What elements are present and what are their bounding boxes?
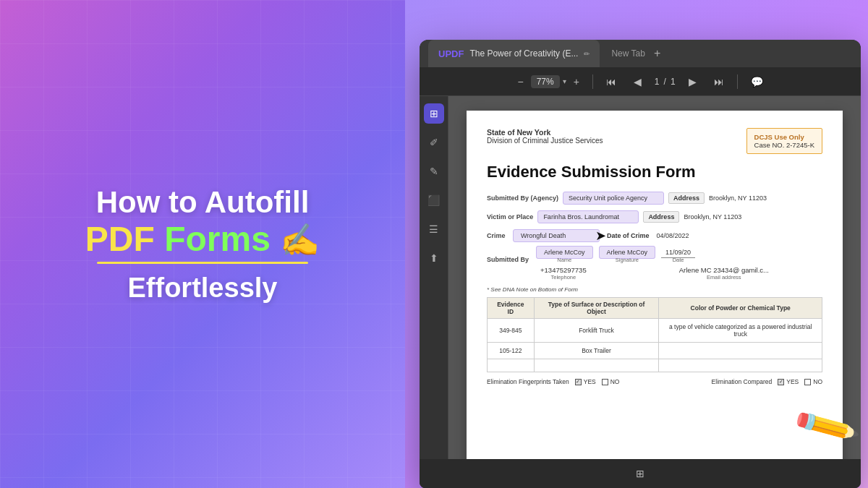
- right-panel: UPDF The Power of Creativity (E... ✏ New…: [405, 0, 868, 488]
- address-label-2: Address: [643, 211, 679, 223]
- new-tab-plus-icon[interactable]: +: [654, 47, 660, 60]
- page-prev-button[interactable]: ◀: [629, 73, 646, 90]
- yes2-checkbox-label[interactable]: ✓ YES: [778, 378, 799, 385]
- signature-field-col: Arlene McCoy Signature: [599, 248, 656, 263]
- date-field-col: 11/09/20 Date: [661, 248, 695, 263]
- no-checkbox-label[interactable]: NO: [602, 378, 620, 385]
- edit-icon: ✏: [584, 50, 590, 58]
- evidence-color-2: [659, 343, 822, 359]
- yes-checkbox[interactable]: ✓: [575, 379, 582, 385]
- address-label-1: Address: [668, 192, 705, 204]
- submitted-by-label: Submitted By (Agency): [487, 194, 558, 202]
- zoom-controls: − 77% ▾ +: [513, 73, 583, 90]
- doc-area: State of New York Division of Criminal J…: [448, 96, 861, 459]
- pdf-forms-text: PDF Forms ✍️: [85, 221, 320, 259]
- dna-note: * See DNA Note on Bottom of Form: [487, 286, 822, 293]
- tab-active-label: The Power of Creativity (E...: [469, 48, 578, 59]
- telephone-col: +13475297735 Telephone: [540, 266, 587, 281]
- page-separator: /: [664, 77, 666, 87]
- evidence-id-1: 349-845: [488, 319, 535, 343]
- submitted-by-agency-row: Submitted By (Agency) Security Unit poli…: [487, 192, 822, 205]
- doc-agency: State of New York Division of Criminal J…: [487, 128, 603, 145]
- no2-label: NO: [813, 378, 822, 385]
- dcjs-box: DCJS Use Only Case NO. 2-7245-K: [746, 128, 822, 154]
- victim-row: Victim or Place Farinha Bros. Laundromat…: [487, 210, 822, 223]
- no2-checkbox-label[interactable]: NO: [804, 378, 822, 385]
- left-panel: How to Autofill PDF Forms ✍️ Effortlessl…: [0, 0, 405, 488]
- toolbar-separator-2: [737, 74, 738, 89]
- submitted-by-value[interactable]: Security Unit police Agency: [563, 192, 664, 205]
- doc-page: State of New York Division of Criminal J…: [467, 111, 843, 459]
- table-row-empty: [488, 359, 822, 372]
- evidence-table: Evidence ID Type of Surface or Descripti…: [487, 297, 822, 372]
- title-bar: UPDF The Power of Creativity (E... ✏ New…: [420, 40, 861, 67]
- sidebar-icon-annotate[interactable]: ✎: [424, 161, 444, 181]
- agency-line2: Division of Criminal Justice Services: [487, 137, 603, 145]
- phone-email-row: +13475297735 Telephone Arlene MC 23434@ …: [487, 266, 822, 281]
- sidebar-icon-image[interactable]: ⬛: [424, 190, 444, 210]
- forms-text: Forms: [164, 220, 271, 258]
- fingerprints-label: Elimination Fingerprints Taken: [487, 378, 569, 385]
- page-current: 1: [655, 77, 660, 87]
- crime-label: Crime: [487, 232, 509, 239]
- left-content: How to Autofill PDF Forms ✍️ Effortlessl…: [56, 155, 349, 333]
- sidebar-icons: ⊞ ✐ ✎ ⬛ ☰ ⬆: [420, 96, 448, 488]
- how-to-text: How to Autofill: [85, 184, 320, 221]
- yes2-label: YES: [786, 378, 799, 385]
- toolbar-separator: [592, 74, 593, 89]
- col-header-id: Evidence ID: [488, 298, 535, 319]
- victim-value[interactable]: Farinha Bros. Laundromat: [537, 210, 639, 223]
- crime-row: Crime Wrongful Death ➤ Date of Crime 04/…: [487, 229, 822, 242]
- telephone-sub: Telephone: [540, 274, 587, 281]
- evidence-color-1: a type of vehicle categorized as a power…: [659, 319, 822, 343]
- underline-decoration: [97, 262, 308, 264]
- evidence-id-2: 105-122: [488, 343, 535, 359]
- pencil-emoji-icon: ✍️: [280, 222, 320, 257]
- evidence-desc-2: Box Trailer: [534, 343, 659, 359]
- page-next-button[interactable]: ▶: [684, 73, 701, 90]
- evidence-desc-1: Forklift Truck: [534, 319, 659, 343]
- sidebar-icon-forms[interactable]: ⊞: [424, 103, 444, 124]
- fingerprints-row: Elimination Fingerprints Taken ✓ YES NO …: [487, 378, 822, 385]
- toolbar: − 77% ▾ + ⏮ ◀ 1 / 1 ▶ ⏭ 💬: [420, 67, 861, 96]
- email-col: Arlene MC 23434@ gamil.c... Email addres…: [679, 266, 769, 281]
- table-header-row: Evidence ID Type of Surface or Descripti…: [488, 298, 822, 319]
- no-checkbox[interactable]: [602, 379, 608, 385]
- sidebar-icon-edit[interactable]: ✐: [424, 132, 444, 153]
- date-of-crime-value: 04/08/2022: [657, 232, 689, 239]
- bottom-bar: ⊞: [420, 459, 861, 488]
- pdf-text: PDF: [85, 220, 155, 258]
- sidebar-icon-export[interactable]: ⬆: [424, 248, 444, 268]
- tab-active[interactable]: UPDF The Power of Creativity (E... ✏: [428, 40, 600, 67]
- crime-value[interactable]: Wrongful Death ➤: [513, 229, 600, 242]
- tab-inactive-label: New Tab: [611, 48, 644, 59]
- comment-button[interactable]: 💬: [746, 73, 767, 90]
- zoom-in-button[interactable]: +: [569, 73, 584, 90]
- address-value-2: Brooklyn, NY 11203: [684, 213, 741, 221]
- yes-label: YES: [584, 378, 596, 385]
- effortlessly-text: Effortlessly: [85, 273, 320, 304]
- victim-label: Victim or Place: [487, 213, 533, 221]
- form-title: Evidence Submission Form: [487, 163, 822, 181]
- col-header-color: Color of Powder or Chemical Type: [659, 298, 822, 319]
- page-nav: 1 / 1: [655, 77, 676, 87]
- submitted-by-row-label: Submitted By: [487, 256, 530, 263]
- cursor-arrow-icon: ➤: [595, 228, 606, 244]
- no-label: NO: [610, 378, 620, 385]
- name-field-col: Arlene McCoy Name: [536, 248, 593, 263]
- submitted-by-row: Submitted By Arlene McCoy Name Arlene Mc…: [487, 248, 822, 263]
- agency-line1: State of New York: [487, 128, 550, 137]
- compared-label: Elimination Compared: [712, 378, 773, 385]
- sidebar-icon-pages[interactable]: ☰: [424, 219, 444, 239]
- table-row: 349-845 Forklift Truck a type of vehicle…: [488, 319, 822, 343]
- page-end-button[interactable]: ⏭: [710, 73, 728, 90]
- zoom-out-button[interactable]: −: [513, 73, 527, 90]
- no2-checkbox[interactable]: [804, 379, 811, 385]
- page-total: 1: [671, 77, 676, 87]
- layers-icon[interactable]: ⊞: [636, 468, 644, 479]
- tab-inactive[interactable]: New Tab +: [601, 40, 671, 67]
- doc-header: State of New York Division of Criminal J…: [487, 128, 822, 154]
- yes-checkbox-label[interactable]: ✓ YES: [575, 378, 596, 385]
- page-start-button[interactable]: ⏮: [602, 73, 621, 90]
- yes2-checkbox[interactable]: ✓: [778, 379, 784, 385]
